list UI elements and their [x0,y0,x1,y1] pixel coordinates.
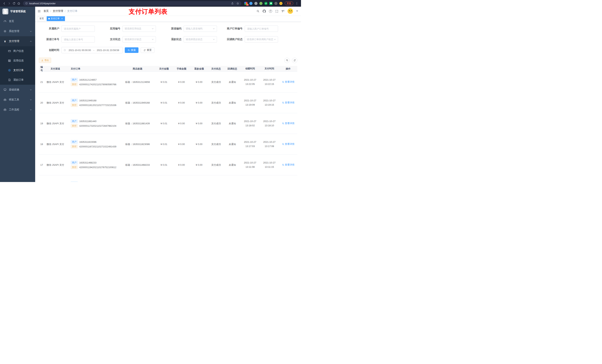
sidebar-item-home[interactable]: 首页 [0,16,35,26]
pay-tag: 支付 [71,103,78,107]
col-created: 创建时间 [240,67,260,71]
yen-icon: ¥ [3,40,7,43]
view-detail-link[interactable]: 查看详情 [282,142,294,146]
sidebar-item-workflow[interactable]: 工作流程 [0,105,35,115]
pay-status-select[interactable]: 请选择支付状态 [123,36,156,42]
site-info-icon[interactable] [25,2,28,5]
chevron-down-icon [213,38,215,41]
browser-reload-icon[interactable] [11,1,16,6]
extension-drop-icon[interactable] [249,2,252,5]
export-button[interactable]: 导出 [39,58,51,63]
extension-check-icon[interactable] [264,2,268,5]
browser-update-button[interactable]: 更新 [285,1,293,5]
user-avatar[interactable] [288,8,293,14]
sidebar-item-label: 应用信息 [13,59,24,62]
cell-id: 21 [39,81,44,83]
browser-address-bar[interactable]: localhost:1024/pay/order [23,1,241,6]
field-label: 所属商户 [39,27,59,30]
tags-view: 首页 支付订单 × [35,16,301,22]
sidebar-item-merchant-info[interactable]: 商户信息 [0,46,35,56]
extension-gray-icon[interactable] [254,2,258,5]
close-tab-icon[interactable]: × [61,17,63,20]
view-detail-link[interactable]: 查看详情 [282,163,294,166]
channel-code-select[interactable]: 请输入渠道编码 [184,26,217,32]
view-detail-link[interactable]: 查看详情 [282,122,294,125]
breadcrumb-pay-management[interactable]: 支付管理 [53,10,63,13]
help-icon[interactable]: ? [269,10,272,13]
browser-forward-icon[interactable] [7,1,11,6]
tab-pay-order[interactable]: 支付订单 × [47,16,65,21]
cell-refund: ¥ 0.00 [190,143,208,146]
cell-status: 支付成功 [208,143,224,146]
reset-button[interactable]: 重置 [141,47,154,53]
col-refund: 退款金额 [190,67,208,71]
sidebar-item-app-info[interactable]: 应用信息 [0,56,35,65]
sidebar-item-label: 商户信息 [13,49,24,53]
tab-home[interactable]: 首页 [38,16,45,21]
pay-tag: 支付 [71,165,78,169]
merchant-order-no: 1635311881440 [79,120,97,123]
github-icon[interactable] [263,10,266,13]
sidebar-item-system[interactable]: 系统管理 [0,26,35,36]
merchant-input[interactable] [62,26,95,32]
sidebar-item-payment[interactable]: ¥ 支付管理 [0,36,35,46]
search-button[interactable]: 搜索 [125,47,139,53]
extension-pin-icon[interactable] [274,2,278,5]
view-detail-label: 查看详情 [285,142,294,146]
hamburger-icon[interactable] [37,10,41,13]
grid-icon [8,59,11,62]
sidebar-item-label: 支付管理 [9,40,19,43]
sidebar-item-infra[interactable]: 基础设施 [0,85,35,95]
sidebar-item-pay-order[interactable]: 支付订单 [0,65,35,75]
merchant-order-no: 1635312124657 [79,78,97,81]
chevron-down-icon [213,28,215,30]
browser-back-icon[interactable] [2,1,7,6]
pay-order-no: 4200001174202110278060590766 [79,83,117,86]
pay-tag: 支付 [71,83,78,86]
extension-green-icon[interactable] [259,2,262,5]
cell-refund: ¥ 0.00 [190,164,208,166]
cell-notify: 未通知 [224,143,240,146]
merchant-order-line: 商户 1635311823086 [71,140,119,144]
toggle-search-button[interactable] [284,58,290,63]
tab-label: 首页 [39,17,44,20]
gear-icon [3,30,7,33]
fullscreen-icon[interactable] [275,10,279,13]
channel-order-no-input[interactable] [62,36,95,42]
filter-row-1: 所属商户 应用编号 请选择应用信息 渠道编码 请输入渠道编码 [39,26,297,32]
extension-face-icon[interactable] [279,2,282,5]
col-paid: 支付时间 [260,67,279,71]
extension-colorful-icon[interactable]: 10 [244,2,247,5]
browser-home-icon[interactable] [16,1,21,6]
avatar-caret-icon[interactable] [296,10,298,12]
cell-title: 标题：1635311949168 [120,101,155,104]
field-merchant: 所属商户 [39,26,95,32]
app-id-select[interactable]: 请选择应用信息 [123,26,156,32]
search-icon[interactable] [256,10,259,13]
share-icon[interactable] [231,2,234,5]
notify-status-select[interactable]: 请选择订单回调商户状态 [245,36,278,42]
bookmark-star-icon[interactable] [236,2,239,5]
cell-actions: 查看详情 [279,80,297,84]
pay-order-no: 4200001181202110277723215336 [79,104,117,106]
cell-paid: 2021-10-27 13:19:15 [260,99,279,107]
refund-status-select[interactable]: 请选择退款状态 [184,36,217,42]
view-detail-link[interactable]: 查看详情 [282,101,294,104]
field-notify-status: 回调商户状态 请选择订单回调商户状态 [222,36,278,42]
merchant-order-no-input[interactable] [245,26,278,32]
sidebar-item-refund-order[interactable]: 退款订单 [0,75,35,85]
cell-refund: ¥ 0.00 [190,81,208,83]
field-label: 回调商户状态 [222,38,243,41]
sidebar: 芋道管理系统 首页 系统管理 ¥ 支付管理 [0,7,35,182]
sidebar-item-dev-tools[interactable]: 研发工具 [0,95,35,105]
font-size-icon[interactable]: TT [281,10,284,13]
browser-menu-icon[interactable] [294,1,299,6]
refresh-button[interactable] [292,58,297,63]
field-label: 退款状态 [161,38,182,41]
extension-chat-icon[interactable] [269,2,272,5]
document-icon [8,78,11,81]
create-time-range-picker[interactable]: 2021-10-01 00:00:00 - 2021-10-31 23:59:5… [62,47,123,53]
cell-title: 标题：1635311881439 [120,122,155,125]
view-detail-link[interactable]: 查看详情 [282,80,294,83]
breadcrumb-home[interactable]: 首页 [43,10,49,13]
